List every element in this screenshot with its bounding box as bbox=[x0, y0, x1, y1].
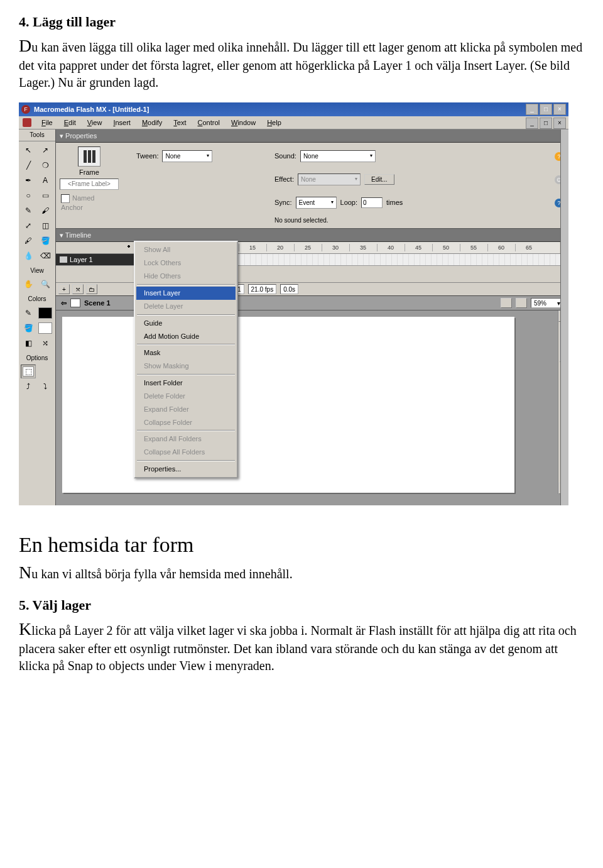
ctx-properties-[interactable]: Properties... bbox=[136, 463, 236, 476]
subselect-tool-icon[interactable]: ↗ bbox=[38, 143, 53, 157]
ctx-collapse-all-folders: Collapse All Folders bbox=[136, 446, 236, 459]
stage[interactable] bbox=[62, 317, 514, 493]
zoom-dropdown[interactable]: 59%▾ bbox=[531, 298, 563, 308]
close-button[interactable]: × bbox=[553, 104, 566, 115]
fill-transform-tool-icon[interactable]: ◫ bbox=[38, 219, 53, 233]
menu-insert[interactable]: Insert bbox=[108, 117, 136, 129]
ctx-insert-layer[interactable]: Insert Layer bbox=[136, 287, 236, 300]
tick: 60 bbox=[487, 244, 515, 251]
layer-context-menu: Show AllLock OthersHide OthersInsert Lay… bbox=[134, 241, 238, 478]
menu-view[interactable]: View bbox=[82, 117, 107, 129]
section4-text: u kan även lägga till olika lager med ol… bbox=[19, 40, 582, 90]
bw-icon[interactable]: ◧ bbox=[21, 336, 36, 350]
frame-title: Frame bbox=[79, 168, 99, 177]
paintbucket-tool-icon[interactable]: 🪣 bbox=[38, 234, 53, 248]
right-panels-collapsed[interactable] bbox=[560, 129, 568, 505]
inkbottle-tool-icon[interactable]: 🖋 bbox=[21, 234, 36, 248]
rightcol: Properties Frame <Frame Label> Named Anc… bbox=[56, 129, 568, 505]
transform-tool-icon[interactable]: ⤢ bbox=[21, 219, 36, 233]
snap-option-icon[interactable]: ⬚ bbox=[21, 365, 36, 378]
eraser-tool-icon[interactable]: ⌫ bbox=[38, 249, 53, 263]
ctx-expand-all-folders: Expand All Folders bbox=[136, 432, 236, 446]
eyedropper-tool-icon[interactable]: 💧 bbox=[21, 249, 36, 263]
insert-layer-button[interactable]: + bbox=[58, 284, 70, 294]
menu-window[interactable]: Window bbox=[226, 117, 261, 129]
tick: 15 bbox=[239, 244, 266, 251]
arrow-tool-icon[interactable]: ↖ bbox=[21, 143, 36, 157]
edit-symbols-icon[interactable] bbox=[516, 298, 527, 308]
tick: 65 bbox=[515, 244, 543, 251]
section4-title: 4. Lägg till lager bbox=[19, 13, 584, 31]
menu-file[interactable]: File bbox=[36, 117, 58, 129]
options-label: Options bbox=[19, 352, 55, 363]
smooth-option-icon[interactable]: ⤴ bbox=[21, 380, 36, 393]
eye-icon[interactable] bbox=[125, 243, 133, 250]
layer-page-icon bbox=[60, 256, 67, 263]
fill-swatch[interactable] bbox=[38, 321, 53, 335]
tick: 40 bbox=[377, 244, 405, 251]
edit-scene-icon[interactable] bbox=[501, 298, 512, 308]
add-folder-button[interactable]: 🗀 bbox=[86, 284, 97, 294]
named-anchor-checkbox[interactable] bbox=[61, 194, 70, 203]
ctx-add-motion-guide[interactable]: Add Motion Guide bbox=[136, 330, 236, 343]
add-guide-button[interactable]: ⤲ bbox=[72, 284, 84, 294]
back-icon[interactable]: ⇦ bbox=[61, 299, 67, 308]
menu-control[interactable]: Control bbox=[193, 117, 225, 129]
rect-tool-icon[interactable]: ▭ bbox=[38, 189, 53, 202]
doc-maximize-button[interactable]: □ bbox=[540, 118, 552, 129]
sync-dropdown[interactable]: Event▾ bbox=[296, 197, 337, 209]
layer-row[interactable]: Layer 1 bbox=[56, 254, 568, 266]
noswap-icon[interactable]: ⤭ bbox=[38, 336, 53, 350]
effect-label: Effect: bbox=[274, 175, 294, 184]
timeline-footer: + ⤲ 🗀 🗑 ⟲ ◎ ◌ ≣ ⟐ 1 21.0 fps 0. bbox=[56, 283, 568, 295]
tick: 45 bbox=[405, 244, 432, 251]
zoom-tool-icon[interactable]: 🔍 bbox=[38, 277, 53, 291]
frame-label-input[interactable]: <Frame Label> bbox=[60, 179, 119, 190]
menu-help[interactable]: Help bbox=[262, 117, 286, 129]
section4-dropcap: D bbox=[19, 36, 31, 55]
tick: 20 bbox=[266, 244, 294, 251]
ctx-delete-folder: Delete Folder bbox=[136, 390, 236, 403]
ctx-lock-others: Lock Others bbox=[136, 256, 236, 270]
sound-dropdown[interactable]: None▾ bbox=[300, 150, 376, 162]
fill-color-icon[interactable]: 🪣 bbox=[21, 321, 36, 335]
pen-tool-icon[interactable]: ✒ bbox=[21, 173, 36, 187]
line-tool-icon[interactable]: ╱ bbox=[21, 158, 36, 172]
menu-text[interactable]: Text bbox=[168, 117, 191, 129]
ctx-guide[interactable]: Guide bbox=[136, 317, 236, 330]
layer-name-text: Layer 1 bbox=[70, 255, 93, 265]
pencil-tool-icon[interactable]: ✎ bbox=[21, 204, 36, 217]
layer-frames[interactable] bbox=[188, 254, 568, 265]
option-blank bbox=[38, 365, 53, 378]
ctx-mask[interactable]: Mask bbox=[136, 346, 236, 360]
oval-tool-icon[interactable]: ○ bbox=[21, 189, 36, 202]
minimize-button[interactable]: _ bbox=[526, 104, 538, 115]
section5-dropcap: K bbox=[19, 619, 31, 639]
edit-button[interactable]: Edit... bbox=[364, 174, 394, 185]
menu-modify[interactable]: Modify bbox=[137, 117, 167, 129]
no-sound-text: No sound selected. bbox=[274, 216, 551, 225]
timeline-panel: 1 5 10 15 20 25 30 35 40 45 50 55 60 65 bbox=[56, 242, 568, 296]
canvas-area[interactable]: ▲ ▼ bbox=[56, 310, 568, 505]
straighten-option-icon[interactable]: ⤵ bbox=[38, 380, 53, 393]
doc-minimize-button[interactable]: _ bbox=[526, 118, 538, 129]
ctx-show-all: Show All bbox=[136, 243, 236, 256]
menu-edit[interactable]: Edit bbox=[59, 117, 81, 129]
doc-close-button[interactable]: × bbox=[553, 118, 566, 129]
brush-tool-icon[interactable]: 🖌 bbox=[38, 204, 53, 217]
ctx-insert-folder[interactable]: Insert Folder bbox=[136, 376, 236, 390]
ctx-hide-others: Hide Others bbox=[136, 270, 236, 283]
scene-label[interactable]: Scene 1 bbox=[84, 299, 111, 308]
loop-input[interactable] bbox=[361, 197, 383, 208]
elapsed-display: 0.0s bbox=[280, 284, 298, 294]
lasso-tool-icon[interactable]: ❍ bbox=[38, 158, 53, 172]
properties-header[interactable]: Properties bbox=[56, 129, 568, 143]
stroke-swatch[interactable] bbox=[38, 306, 53, 320]
tween-dropdown[interactable]: None▾ bbox=[162, 150, 212, 162]
hand-tool-icon[interactable]: ✋ bbox=[21, 277, 36, 291]
timeline-header[interactable]: Timeline bbox=[56, 229, 568, 242]
titlebar-text: Macromedia Flash MX - [Untitled-1] bbox=[34, 105, 522, 114]
stroke-color-icon[interactable]: ✎ bbox=[21, 306, 36, 320]
maximize-button[interactable]: □ bbox=[540, 104, 552, 115]
text-tool-icon[interactable]: A bbox=[38, 173, 53, 187]
